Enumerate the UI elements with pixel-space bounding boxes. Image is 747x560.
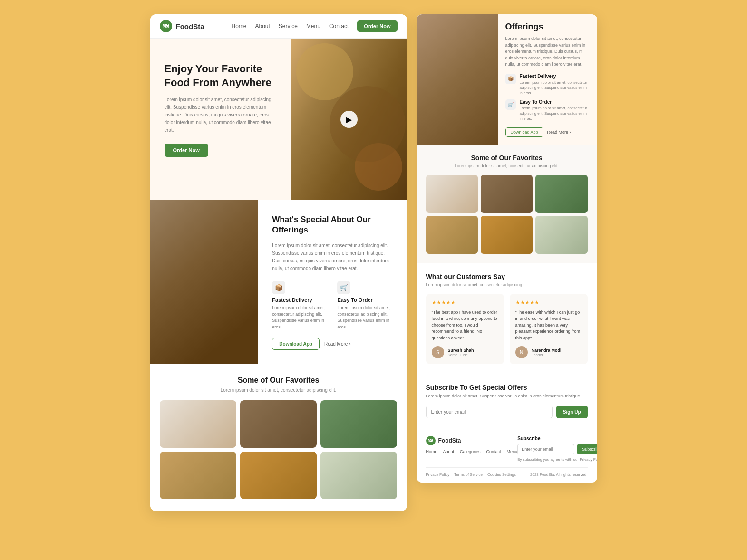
right-feature-delivery: 📦 Fastest Delivery Lorem ipsum dolor sit…	[505, 74, 590, 96]
right-food-item-3[interactable]	[535, 175, 587, 213]
food-item-5[interactable]	[240, 452, 317, 499]
brand-name: FoodSta	[176, 22, 204, 30]
testimonial-author-2: N Narendra Modi Leader	[515, 346, 582, 358]
hero-image: ▶	[291, 39, 407, 200]
special-description: Lorem ipsum dolor sit amet, consectetur …	[272, 242, 395, 272]
nav-home[interactable]: Home	[231, 23, 246, 29]
right-order-title: Easy To Order	[520, 99, 590, 105]
food-item-3[interactable]	[320, 400, 397, 448]
testimonial-author-1: S Suresh Shah Some Dude	[432, 346, 498, 358]
author-name-1: Suresh Shah	[448, 348, 474, 353]
nav-service[interactable]: Service	[279, 23, 298, 29]
subscribe-title: Subscribe To Get Special Offers	[426, 384, 588, 391]
right-food-item-6[interactable]	[535, 216, 587, 254]
delivery-icon: 📦	[272, 281, 285, 294]
right-offerings-desc: Lorem ipsum dolor sit amet, consectetur …	[505, 36, 590, 68]
favorites-title: Some of Our Favorites	[160, 376, 398, 385]
subscribe-button[interactable]: Sign Up	[556, 406, 588, 418]
right-hero: Offerings Lorem ipsum dolor sit amet, co…	[417, 14, 597, 145]
play-button[interactable]: ▶	[340, 111, 358, 128]
footer-nav-menu[interactable]: Menu	[507, 449, 518, 454]
stars-1: ★★★★★	[432, 299, 498, 306]
hero-title: Enjoy Your Favorite Food From Anywhere	[165, 62, 280, 89]
author-avatar-2: N	[515, 346, 528, 358]
logo-icon: 🍽	[160, 20, 172, 32]
right-offerings-title: Offerings	[505, 22, 590, 32]
action-buttons: Download App Read More ›	[272, 338, 395, 350]
author-info-1: Suresh Shah Some Dude	[448, 348, 474, 357]
right-download-button[interactable]: Download App	[505, 127, 543, 137]
special-image	[150, 200, 258, 364]
footer-privacy-link[interactable]: Privacy Policy	[426, 473, 450, 477]
footer-cookies-link[interactable]: Cookies Settings	[487, 473, 516, 477]
favorites-subtitle: Lorem ipsum dolor sit amet, consectetur …	[160, 387, 398, 393]
footer-logo-icon: 🍽	[426, 436, 436, 445]
food-overlay-1	[296, 43, 353, 100]
right-food-item-4[interactable]	[426, 216, 478, 254]
food-item-6[interactable]	[320, 452, 397, 499]
testimonial-text-2: "The ease with which I can just go in an…	[515, 309, 582, 342]
footer-subscribe-label: Subscribe	[517, 436, 597, 441]
author-info-2: Narendra Modi Leader	[532, 348, 562, 357]
right-food-item-1[interactable]	[426, 175, 478, 213]
author-avatar-1: S	[432, 346, 444, 358]
nav-links: Home About Service Menu Contact Order No…	[231, 20, 397, 32]
right-footer: 🍽 FoodSta Home About Categories Contact …	[417, 428, 597, 483]
footer-nav-contact[interactable]: Contact	[486, 449, 501, 454]
nav-contact[interactable]: Contact	[329, 23, 349, 29]
footer-subscribe-button[interactable]: Subscribe	[577, 444, 597, 454]
food-grid	[160, 400, 398, 499]
author-name-2: Narendra Modi	[532, 348, 562, 353]
navbar: 🍽 FoodSta Home About Service Menu Contac…	[150, 14, 407, 39]
footer-terms-link[interactable]: Terms of Service	[454, 473, 483, 477]
right-delivery-title: Fastest Delivery	[520, 74, 590, 79]
delivery-desc: Lorem ipsum dolor sit amet, consectetur …	[272, 305, 330, 330]
author-role-1: Some Dude	[448, 353, 474, 357]
footer-subscribe-form: Subscribe	[517, 444, 597, 454]
testimonials-section: What our Customers Say Lorem ipsum dolor…	[417, 263, 597, 374]
subscribe-email-input[interactable]	[426, 406, 553, 418]
footer-nav: Home About Categories Contact Menu	[426, 449, 518, 454]
footer-nav-about[interactable]: About	[443, 449, 455, 454]
nav-menu[interactable]: Menu	[306, 23, 320, 29]
testimonial-text-1: "The best app I have used to order food …	[432, 309, 498, 342]
food-item-1[interactable]	[160, 400, 236, 448]
read-more-button[interactable]: Read More ›	[324, 341, 351, 347]
right-favorites-subtitle: Lorem ipsum dolor sit amet, consectetur …	[426, 164, 588, 168]
subscribe-form: Sign Up	[426, 406, 588, 418]
feature-easy-order: 🛒 Easy To Order Lorem ipsum dolor sit am…	[337, 281, 395, 330]
hero-text: Enjoy Your Favorite Food From Anywhere L…	[150, 39, 291, 200]
special-title: What's Special About Our Offerings	[272, 214, 395, 235]
food-item-2[interactable]	[240, 400, 317, 448]
footer-bottom: Privacy Policy Terms of Service Cookies …	[426, 467, 588, 477]
footer-brand-name: FoodSta	[438, 437, 461, 444]
footer-nav-categories[interactable]: Categories	[460, 449, 481, 454]
right-features: 📦 Fastest Delivery Lorem ipsum dolor sit…	[505, 74, 590, 122]
footer-left: 🍽 FoodSta Home About Categories Contact …	[426, 436, 518, 462]
footer-nav-home[interactable]: Home	[426, 449, 437, 454]
footer-bottom-links: Privacy Policy Terms of Service Cookies …	[426, 473, 516, 477]
right-read-more-button[interactable]: Read More ›	[547, 127, 571, 137]
right-food-item-5[interactable]	[481, 216, 533, 254]
hero-order-button[interactable]: Order Now	[165, 144, 208, 157]
testimonials-title: What our Customers Say	[426, 273, 588, 280]
delivery-title: Fastest Delivery	[272, 297, 330, 303]
food-item-4[interactable]	[160, 452, 236, 499]
order-desc: Lorem ipsum dolor sit amet, consectetur …	[337, 305, 395, 330]
right-food-item-2[interactable]	[481, 175, 533, 213]
footer-email-input[interactable]	[517, 444, 574, 454]
footer-logo: 🍽 FoodSta	[426, 436, 518, 445]
hero-description: Lorem ipsum dolor sit amet, consectetur …	[165, 96, 280, 134]
right-order-text: Easy To Order Lorem ipsum dolor sit amet…	[520, 99, 590, 122]
testimonials-grid: ★★★★★ "The best app I have used to order…	[426, 294, 588, 365]
nav-about[interactable]: About	[255, 23, 270, 29]
right-favorites-title: Some of Our Favorites	[426, 154, 588, 162]
left-card: 🍽 FoodSta Home About Service Menu Contac…	[150, 14, 407, 511]
right-food-grid	[426, 175, 588, 254]
order-icon: 🛒	[337, 281, 350, 294]
download-app-button[interactable]: Download App	[272, 338, 320, 350]
nav-order-button[interactable]: Order Now	[357, 20, 397, 32]
special-content: What's Special About Our Offerings Lorem…	[258, 200, 407, 364]
right-action-buttons: Download App Read More ›	[505, 127, 590, 137]
testimonials-subtitle: Lorem ipsum dolor sit amet, consectetur …	[426, 282, 588, 287]
